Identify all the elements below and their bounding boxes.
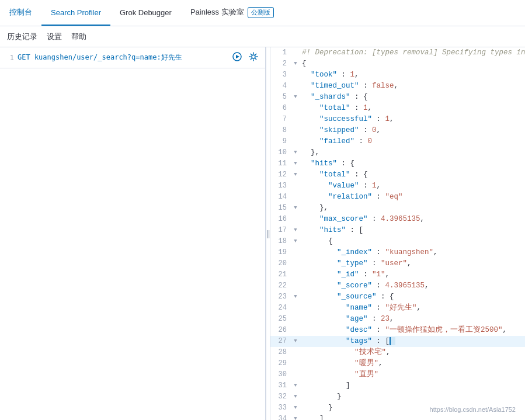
code-line: 18 { (270, 236, 525, 247)
code-line: 26 "desc" : "一顿操作猛如虎，一看工资2500", (270, 325, 525, 336)
nav-history[interactable]: 历史记录 (7, 32, 37, 42)
main-layout: 1 GET kuangshen/user/_search?q=name:好先生 (0, 47, 525, 420)
code-line: 16 "max_score" : 4.3965135, (270, 214, 525, 225)
code-line: 5 "_shards" : { (270, 92, 525, 103)
code-line: 31 ] (270, 380, 525, 391)
code-line: 24 "name" : "好先生", (270, 303, 525, 314)
code-line: 19 "_index" : "kuangshen", (270, 247, 525, 258)
code-line: 11 "hits" : { (270, 158, 525, 169)
secondary-nav: 历史记录 设置 帮助 (0, 26, 525, 47)
left-panel: 1 GET kuangshen/user/_search?q=name:好先生 (0, 47, 266, 420)
tab-console[interactable]: 控制台 (0, 0, 41, 26)
beta-badge: 公测版 (248, 7, 274, 18)
code-line: 23 "_source" : { (270, 291, 525, 303)
code-line: 21 "_id" : "1", (270, 269, 525, 280)
code-line: 32 } (270, 391, 525, 402)
settings-icon[interactable] (246, 51, 260, 64)
query-line-number: 1 (5, 54, 14, 62)
code-line: 12 "total" : { (270, 169, 525, 181)
code-line: 22 "_score" : 4.3965135, (270, 280, 525, 291)
code-line: 1 #! Deprecation: [types removal] Specif… (270, 47, 525, 58)
code-line-highlighted: 27 "tags" : [ (270, 336, 525, 347)
svg-point-2 (252, 55, 255, 58)
code-line: 30 "直男" (270, 369, 525, 380)
code-content: 1 #! Deprecation: [types removal] Specif… (270, 47, 525, 420)
query-text: GET kuangshen/user/_search?q=name:好先生 (18, 53, 227, 63)
watermark: https://blog.csdn.net/Asia1752 (430, 404, 516, 415)
code-line: 10 }, (270, 147, 525, 158)
top-nav: 控制台 Search Profiler Grok Debugger Painle… (0, 0, 525, 26)
nav-settings[interactable]: 设置 (47, 32, 62, 42)
code-line: 7 "successful" : 1, (270, 114, 525, 125)
tab-grok-debugger[interactable]: Grok Debugger (110, 0, 181, 26)
query-row: 1 GET kuangshen/user/_search?q=name:好先生 (0, 47, 265, 68)
code-line: 20 "_type" : "user", (270, 258, 525, 269)
code-line: 3 "took" : 1, (270, 70, 525, 81)
query-actions (230, 51, 260, 64)
code-line: 28 "技术宅", (270, 347, 525, 358)
code-line: 17 "hits" : [ (270, 225, 525, 236)
code-line: 8 "skipped" : 0, (270, 125, 525, 136)
code-line: 14 "relation" : "eq" (270, 192, 525, 203)
panel-divider[interactable]: ‖ (266, 47, 270, 420)
code-line: 4 "timed_out" : false, (270, 81, 525, 92)
code-line: 2 { (270, 58, 525, 70)
code-editor[interactable]: 1 #! Deprecation: [types removal] Specif… (270, 47, 525, 420)
run-button[interactable] (230, 51, 244, 64)
nav-help[interactable]: 帮助 (71, 32, 86, 42)
svg-marker-1 (236, 55, 239, 58)
tab-painless-lab[interactable]: Painless 实验室 公测版 (181, 0, 283, 26)
code-line: 13 "value" : 1, (270, 181, 525, 192)
tab-search-profiler[interactable]: Search Profiler (41, 0, 110, 26)
code-line: 15 }, (270, 203, 525, 214)
code-line: 29 "暖男", (270, 358, 525, 369)
code-line: 6 "total" : 1, (270, 103, 525, 114)
code-line: 25 "age" : 23, (270, 314, 525, 325)
code-line: 9 "failed" : 0 (270, 136, 525, 147)
